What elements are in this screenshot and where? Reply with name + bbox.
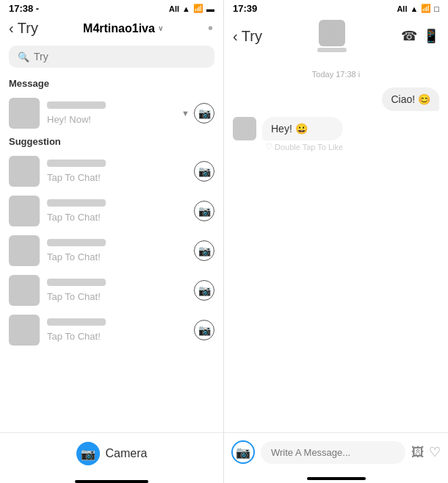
contact-name-bar bbox=[47, 160, 106, 167]
chat-area: Today 17:38 i Ciao! 😊 Hey! 😀 ♡ Double Ta… bbox=[224, 58, 448, 432]
camera-icon: 📷 bbox=[198, 285, 211, 296]
network-label: All bbox=[397, 4, 407, 13]
camera-icon: 📷 bbox=[198, 245, 211, 257]
message-input[interactable] bbox=[261, 441, 405, 464]
left-status-icons: All ▲ 📶 ▬ bbox=[169, 4, 214, 13]
chevron-down-icon[interactable]: ∨ bbox=[158, 24, 163, 32]
like-icon[interactable]: ♡ bbox=[429, 444, 441, 460]
incoming-avatar bbox=[233, 117, 256, 140]
wifi-icon: 📶 bbox=[421, 4, 431, 13]
incoming-bubble-wrap: Hey! 😀 ♡ Double Tap To Like bbox=[233, 117, 439, 151]
camera-button[interactable]: 📷 bbox=[194, 103, 214, 124]
signal-icon: ▲ bbox=[182, 4, 190, 13]
contact-info: Tap To Chat! bbox=[47, 318, 187, 343]
contact-name-bar bbox=[47, 279, 106, 286]
camera-icon: 📷 bbox=[198, 165, 211, 177]
double-tap-text: Double Tap To Like bbox=[275, 143, 343, 151]
avatar bbox=[9, 196, 40, 226]
suggestion-section-label: Suggestion bbox=[0, 133, 223, 151]
image-icon[interactable]: 🖼 bbox=[411, 445, 424, 460]
left-bottom-bar: 📷 Camera bbox=[0, 432, 223, 480]
avatar bbox=[9, 235, 40, 266]
camera-main-icon: 📷 bbox=[81, 447, 95, 461]
camera-button[interactable]: 📷 bbox=[194, 280, 214, 301]
contact-name-bar bbox=[47, 239, 106, 246]
suggestion-item-5[interactable]: Tap To Chat! 📷 bbox=[0, 310, 223, 350]
contact-name-bar bbox=[47, 199, 106, 207]
contact-sub: Tap To Chat! bbox=[47, 291, 101, 302]
right-camera-icon: 📷 bbox=[236, 446, 250, 459]
contact-info: Tap To Chat! bbox=[47, 279, 187, 303]
outgoing-bubble: Ciao! 😊 bbox=[233, 87, 439, 111]
signal-icon: ▲ bbox=[410, 4, 418, 13]
right-camera-button[interactable]: 📷 bbox=[231, 440, 255, 464]
camera-main-button[interactable]: 📷 bbox=[76, 442, 100, 465]
right-back-button[interactable]: ‹ Try bbox=[233, 28, 262, 45]
right-panel: 17:39 All ▲ 📶 □ ‹ Try ☎ 📱 Today 17:38 i … bbox=[224, 0, 448, 483]
contact-sub: Tap To Chat! bbox=[47, 251, 101, 262]
message-section-label: Message bbox=[0, 75, 223, 93]
left-time: 17:38 - bbox=[9, 3, 39, 14]
heart-icon: ♡ bbox=[265, 142, 272, 151]
camera-button[interactable]: 📷 bbox=[194, 201, 214, 221]
left-panel: 17:38 - All ▲ 📶 ▬ ‹ Try M4rtinao1iva ∨ •… bbox=[0, 0, 224, 483]
contact-info: Tap To Chat! bbox=[47, 199, 187, 223]
battery-icon: ▬ bbox=[206, 4, 214, 13]
right-nav-icons: ☎ 📱 bbox=[401, 28, 439, 44]
avatar bbox=[9, 98, 40, 129]
suggestion-item-4[interactable]: Tap To Chat! 📷 bbox=[0, 271, 223, 310]
right-bottom-bar: 📷 🖼 ♡ bbox=[224, 432, 448, 477]
camera-button[interactable]: 📷 bbox=[194, 320, 214, 340]
suggestion-item-3[interactable]: Tap To Chat! 📷 bbox=[0, 231, 223, 271]
left-title: M4rtinao1iva ∨ bbox=[83, 22, 163, 35]
camera-icon: 📷 bbox=[198, 107, 211, 119]
contact-sub: Hey! Now! bbox=[47, 114, 91, 125]
right-status-icons: All ▲ 📶 □ bbox=[397, 4, 439, 13]
right-time: 17:39 bbox=[233, 3, 257, 14]
phone-icon[interactable]: ☎ bbox=[401, 28, 417, 44]
message-item[interactable]: Hey! Now! ▼ 📷 bbox=[0, 93, 223, 133]
bubble-text: Ciao! 😊 bbox=[382, 87, 439, 111]
contact-sub: Tap To Chat! bbox=[47, 212, 101, 223]
camera-icon: 📷 bbox=[198, 205, 211, 217]
home-indicator bbox=[307, 477, 366, 480]
left-title-text: M4rtinao1iva bbox=[83, 22, 155, 35]
suggestion-item-2[interactable]: Tap To Chat! 📷 bbox=[0, 191, 223, 231]
avatar bbox=[9, 156, 40, 187]
contact-name-bar bbox=[47, 318, 106, 326]
contact-name-bar bbox=[47, 101, 106, 109]
contact-info: Tap To Chat! bbox=[47, 239, 187, 263]
double-tap-hint: ♡ Double Tap To Like bbox=[262, 142, 343, 151]
contact-info: Hey! Now! bbox=[47, 101, 187, 126]
right-nav-bar: ‹ Try ☎ 📱 bbox=[224, 15, 448, 58]
suggestion-item-1[interactable]: Tap To Chat! 📷 bbox=[0, 151, 223, 191]
wifi-icon: 📶 bbox=[193, 4, 203, 13]
right-nav-center bbox=[317, 20, 347, 52]
network-label: All bbox=[169, 4, 179, 13]
dropdown-arrow-icon: ▼ bbox=[181, 109, 189, 118]
chat-timestamp: Today 17:38 i bbox=[233, 70, 439, 79]
battery-icon: □ bbox=[434, 4, 439, 13]
right-action-icons: 🖼 ♡ bbox=[411, 444, 441, 460]
camera-icon: 📷 bbox=[198, 324, 211, 336]
left-status-bar: 17:38 - All ▲ 📶 ▬ bbox=[0, 0, 223, 15]
left-back-button[interactable]: ‹ Try bbox=[9, 20, 38, 37]
more-options-icon[interactable]: • bbox=[208, 20, 214, 37]
avatar bbox=[9, 315, 40, 346]
left-nav-bar: ‹ Try M4rtinao1iva ∨ • bbox=[0, 15, 223, 43]
search-input[interactable] bbox=[34, 51, 206, 62]
avatar bbox=[9, 275, 40, 306]
video-icon[interactable]: 📱 bbox=[423, 28, 439, 44]
contact-info: Tap To Chat! bbox=[47, 160, 187, 184]
search-bar[interactable]: 🔍 bbox=[9, 46, 214, 68]
contact-sub: Tap To Chat! bbox=[47, 331, 101, 342]
incoming-bubble-content: Hey! 😀 ♡ Double Tap To Like bbox=[262, 117, 343, 151]
camera-label: Camera bbox=[106, 447, 148, 460]
incoming-bubble-text: Hey! 😀 bbox=[262, 117, 343, 140]
contact-sub: Tap To Chat! bbox=[47, 172, 101, 183]
chat-name-bar bbox=[317, 48, 347, 52]
search-icon: 🔍 bbox=[18, 51, 29, 62]
camera-button[interactable]: 📷 bbox=[194, 161, 214, 182]
right-status-bar: 17:39 All ▲ 📶 □ bbox=[224, 0, 448, 15]
camera-button[interactable]: 📷 bbox=[194, 240, 214, 261]
